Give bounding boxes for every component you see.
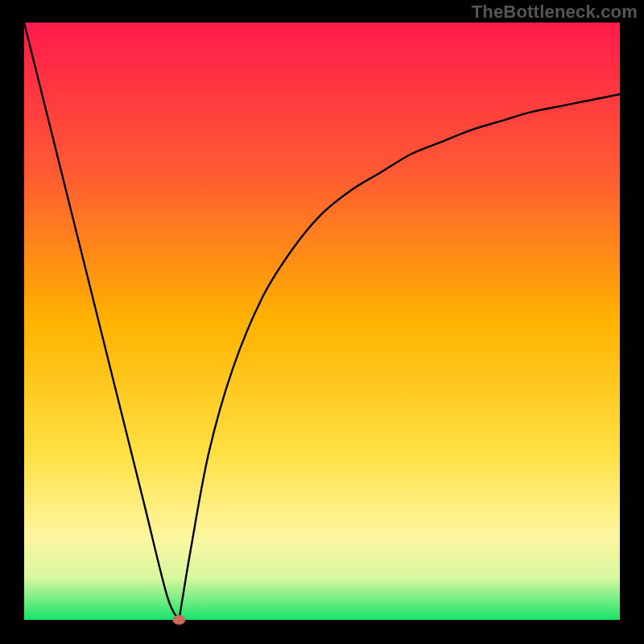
bottleneck-chart [0,0,644,644]
minimum-marker [172,615,185,625]
chart-frame: TheBottleneck.com [0,0,644,644]
watermark-text: TheBottleneck.com [472,2,638,23]
